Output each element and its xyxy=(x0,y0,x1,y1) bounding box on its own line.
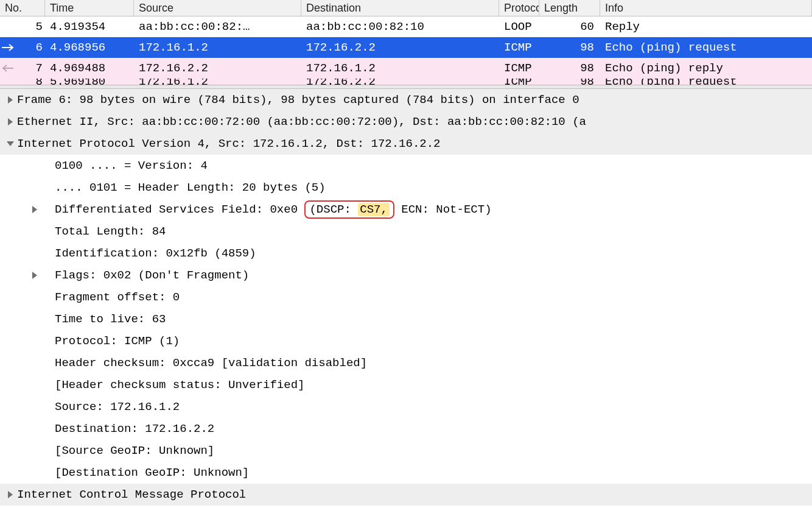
cell-source: 172.16.1.2 xyxy=(134,79,301,85)
column-header-protocol[interactable]: Protoco xyxy=(499,0,539,16)
tree-label: Flags: 0x02 (Don't Fragment) xyxy=(55,269,249,282)
collapse-toggle-icon[interactable] xyxy=(4,140,17,147)
cell-source: 172.16.1.2 xyxy=(134,38,301,57)
cell-no-text: 6 xyxy=(36,41,43,54)
column-header-no[interactable]: No. xyxy=(0,0,45,16)
cell-protocol: ICMP xyxy=(499,38,539,57)
tree-item-ip-destination[interactable]: Destination: 172.16.2.2 xyxy=(0,418,812,440)
svg-marker-7 xyxy=(8,491,13,498)
cell-length: 98 xyxy=(539,79,600,85)
cell-length: 60 xyxy=(539,17,600,37)
column-header-source[interactable]: Source xyxy=(134,0,301,16)
cell-time: 4.968956 xyxy=(45,38,134,57)
cell-no-text: 7 xyxy=(36,62,43,75)
tree-label: Total Length: 84 xyxy=(55,225,166,238)
svg-marker-3 xyxy=(8,118,13,125)
packet-row[interactable]: 5 4.919354 aa:bb:cc:00:82:… aa:bb:cc:00:… xyxy=(0,16,812,37)
tree-item-ethernet[interactable]: Ethernet II, Src: aa:bb:cc:00:72:00 (aa:… xyxy=(0,111,812,133)
tree-item-icmp[interactable]: Internet Control Message Protocol xyxy=(0,484,812,506)
cell-source: 172.16.2.2 xyxy=(134,58,301,78)
tree-item-ip-header-length[interactable]: .... 0101 = Header Length: 20 bytes (5) xyxy=(0,177,812,199)
expand-toggle-icon[interactable] xyxy=(4,490,17,499)
tree-label: Differentiated Services Field: 0xe0 (DSC… xyxy=(55,200,492,219)
sent-arrow-icon xyxy=(1,43,15,52)
tree-label: Protocol: ICMP (1) xyxy=(55,334,180,348)
tree-label: Time to live: 63 xyxy=(55,312,166,326)
cell-protocol: LOOP xyxy=(499,17,539,37)
tree-item-ip-identification[interactable]: Identification: 0x12fb (4859) xyxy=(0,242,812,264)
cell-destination: aa:bb:cc:00:82:10 xyxy=(301,17,499,37)
column-header-time[interactable]: Time xyxy=(45,0,134,16)
tree-item-ip-total-length[interactable]: Total Length: 84 xyxy=(0,221,812,242)
dscp-highlight-box: (DSCP: CS7, xyxy=(304,200,394,219)
packet-row-selected[interactable]: 6 4.968956 172.16.1.2 172.16.2.2 ICMP 98… xyxy=(0,37,812,58)
dscp-label: (DSCP: xyxy=(309,203,358,216)
pane-divider[interactable] xyxy=(0,85,812,89)
cell-destination: 172.16.2.2 xyxy=(301,79,499,85)
svg-marker-5 xyxy=(32,206,37,213)
tree-item-ip-dscp[interactable]: Differentiated Services Field: 0xe0 (DSC… xyxy=(0,199,812,221)
cell-time: 5.969180 xyxy=(45,79,134,85)
cell-no: 6 xyxy=(0,38,45,57)
tree-label: Destination: 172.16.2.2 xyxy=(55,422,214,436)
cell-no: 5 xyxy=(0,17,45,37)
cell-no: 7 xyxy=(0,58,45,78)
tree-label: Ethernet II, Src: aa:bb:cc:00:72:00 (aa:… xyxy=(17,115,586,129)
cell-info: Echo (ping) request xyxy=(600,38,812,57)
cell-length: 98 xyxy=(539,38,600,57)
tree-label: [Source GeoIP: Unknown] xyxy=(55,444,214,457)
dscp-value-highlight: CS7, xyxy=(358,203,390,216)
expand-toggle-icon[interactable] xyxy=(28,271,41,280)
svg-marker-2 xyxy=(8,96,13,104)
dscp-suffix: ECN: Not-ECT) xyxy=(394,203,492,216)
packet-list-header: No. Time Source Destination Protoco Leng… xyxy=(0,0,812,16)
tree-label: Fragment offset: 0 xyxy=(55,291,180,304)
cell-info: Echo (ping) request xyxy=(600,79,812,85)
expand-toggle-icon[interactable] xyxy=(28,205,41,214)
svg-marker-4 xyxy=(7,141,14,146)
packet-row[interactable]: 7 4.969488 172.16.2.2 172.16.1.2 ICMP 98… xyxy=(0,58,812,79)
cell-protocol: ICMP xyxy=(499,79,539,85)
tree-item-ip[interactable]: Internet Protocol Version 4, Src: 172.16… xyxy=(0,133,812,155)
tree-item-ip-fragment-offset[interactable]: Fragment offset: 0 xyxy=(0,286,812,308)
tree-label: Identification: 0x12fb (4859) xyxy=(55,247,256,260)
tree-label: Header checksum: 0xcca9 [validation disa… xyxy=(55,356,367,370)
tree-label: .... 0101 = Header Length: 20 bytes (5) xyxy=(55,181,326,194)
tree-item-ip-source[interactable]: Source: 172.16.1.2 xyxy=(0,396,812,418)
cell-info: Echo (ping) reply xyxy=(600,58,812,78)
expand-toggle-icon[interactable] xyxy=(4,118,17,126)
packet-row[interactable]: 8 5.969180 172.16.1.2 172.16.2.2 ICMP 98… xyxy=(0,79,812,85)
tree-label: 0100 .... = Version: 4 xyxy=(55,159,208,172)
received-arrow-icon xyxy=(1,63,15,73)
cell-destination: 172.16.2.2 xyxy=(301,38,499,57)
cell-destination: 172.16.1.2 xyxy=(301,58,499,78)
tree-item-ip-flags[interactable]: Flags: 0x02 (Don't Fragment) xyxy=(0,264,812,286)
cell-length: 98 xyxy=(539,58,600,78)
tree-label: Frame 6: 98 bytes on wire (784 bits), 98… xyxy=(17,93,579,107)
tree-item-ip-version[interactable]: 0100 .... = Version: 4 xyxy=(0,155,812,177)
packet-details-pane: Frame 6: 98 bytes on wire (784 bits), 98… xyxy=(0,89,812,506)
tree-item-ip-ttl[interactable]: Time to live: 63 xyxy=(0,308,812,330)
tree-label: Internet Protocol Version 4, Src: 172.16… xyxy=(17,137,441,150)
column-header-length[interactable]: Length xyxy=(539,0,600,16)
svg-marker-6 xyxy=(32,272,37,279)
column-header-info[interactable]: Info xyxy=(600,0,812,16)
packet-list-pane: No. Time Source Destination Protoco Leng… xyxy=(0,0,812,85)
cell-time: 4.919354 xyxy=(45,17,134,37)
tree-item-ip-source-geoip[interactable]: [Source GeoIP: Unknown] xyxy=(0,440,812,462)
tree-item-ip-protocol[interactable]: Protocol: ICMP (1) xyxy=(0,330,812,352)
cell-protocol: ICMP xyxy=(499,58,539,78)
expand-toggle-icon[interactable] xyxy=(4,96,17,104)
cell-info: Reply xyxy=(600,17,812,37)
tree-label: Source: 172.16.1.2 xyxy=(55,400,180,414)
cell-source: aa:bb:cc:00:82:… xyxy=(134,17,301,37)
tree-label: [Header checksum status: Unverified] xyxy=(55,378,304,392)
tree-item-frame[interactable]: Frame 6: 98 bytes on wire (784 bits), 98… xyxy=(0,89,812,111)
tree-item-ip-checksum[interactable]: Header checksum: 0xcca9 [validation disa… xyxy=(0,352,812,374)
column-header-destination[interactable]: Destination xyxy=(301,0,499,16)
tree-label: Internet Control Message Protocol xyxy=(17,488,246,501)
tree-item-ip-destination-geoip[interactable]: [Destination GeoIP: Unknown] xyxy=(0,462,812,484)
tree-item-ip-checksum-status[interactable]: [Header checksum status: Unverified] xyxy=(0,374,812,396)
cell-time: 4.969488 xyxy=(45,58,134,78)
cell-no: 8 xyxy=(0,79,45,85)
